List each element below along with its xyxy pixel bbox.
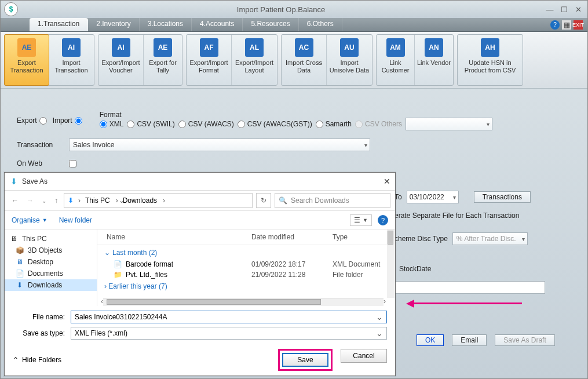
export-import-voucher-button[interactable]: AIExport/Import Voucher bbox=[98, 35, 144, 85]
to-date-input[interactable]: 03/10/2022 bbox=[407, 191, 459, 203]
format-xml-radio[interactable]: XML bbox=[100, 120, 124, 128]
format-csv-others-radio: CSV Others bbox=[355, 120, 402, 128]
ribbon-group-3: AFExport/Import Format ALExport/Import L… bbox=[186, 34, 277, 86]
import-transaction-button[interactable]: AIImport Transaction bbox=[49, 35, 94, 85]
refresh-button[interactable]: ↻ bbox=[256, 193, 271, 208]
search-icon: 🔍 bbox=[279, 196, 287, 205]
list-item[interactable]: 📄Barcode format 01/09/2022 18:17 XML Doc… bbox=[97, 259, 395, 269]
scheme-type-select[interactable]: % After Trade Disc. bbox=[452, 232, 528, 245]
tree-documents[interactable]: 📄Documents bbox=[5, 268, 97, 279]
export-import-format-button[interactable]: AFExport/Import Format bbox=[187, 35, 232, 85]
tree-3d-objects[interactable]: 📦3D Objects bbox=[5, 245, 97, 256]
dialog-help-icon[interactable]: ? bbox=[378, 215, 388, 225]
folder-tree: 🖥This PC 📦3D Objects 🖥Desktop 📄Documents… bbox=[5, 229, 97, 306]
format-csv-awacs-radio[interactable]: CSV (AWACS) bbox=[178, 120, 234, 128]
save-draft-button[interactable]: Save As Draft bbox=[495, 334, 554, 346]
breadcrumb-expand[interactable]: ⌄ bbox=[119, 196, 125, 205]
stockdate-label: StockDate bbox=[399, 265, 431, 273]
hide-folders-button[interactable]: ⌃Hide Folders bbox=[13, 356, 61, 364]
dialog-titlebar: ⬇ Save As ✕ bbox=[5, 173, 395, 190]
file-list: Name Date modified Type ⌄Last month (2) … bbox=[97, 229, 395, 306]
ribbon-icon: AF bbox=[200, 38, 218, 57]
minimize-button[interactable]: — bbox=[544, 5, 556, 14]
import-unisolve-button[interactable]: AUImport Unisolve Data bbox=[327, 35, 372, 85]
h-scrollbar[interactable] bbox=[103, 298, 384, 306]
format-csv-swil-radio[interactable]: CSV (SWIL) bbox=[127, 120, 174, 128]
exit-icon[interactable]: EXIT bbox=[574, 20, 583, 30]
group-last-month[interactable]: ⌄Last month (2) bbox=[97, 245, 395, 259]
link-customer-button[interactable]: AMLink Customer bbox=[377, 35, 415, 85]
forward-button[interactable]: → bbox=[24, 194, 36, 207]
tab-inventory[interactable]: 2.Inventory bbox=[88, 18, 139, 31]
maximize-button[interactable]: ☐ bbox=[558, 5, 570, 14]
ribbon-icon: AE bbox=[17, 38, 36, 57]
email-button[interactable]: Email bbox=[452, 334, 487, 346]
file-icon: 📄 bbox=[114, 260, 122, 268]
savetype-select[interactable]: XML Files (*.xml) bbox=[71, 327, 387, 340]
format-samarth-radio[interactable]: Samarth bbox=[316, 120, 352, 128]
filename-input[interactable]: Sales Invoice031022150244A bbox=[71, 311, 387, 323]
search-placeholder: Search Downloads bbox=[291, 196, 349, 205]
breadcrumb-downloads[interactable]: Downloads bbox=[123, 196, 165, 205]
chevron-down-icon: ⌄ bbox=[104, 249, 110, 257]
desktop-icon: 🖥 bbox=[15, 258, 24, 266]
organise-menu[interactable]: Organise▼ bbox=[12, 216, 48, 224]
dialog-footer: ⌃Hide Folders Save Cancel bbox=[5, 345, 395, 377]
close-button[interactable]: ✕ bbox=[572, 5, 584, 14]
ribbon: AEExport Transaction AIImport Transactio… bbox=[1, 32, 587, 89]
v-scrollbar[interactable] bbox=[387, 229, 395, 298]
ok-button[interactable]: OK bbox=[417, 334, 444, 346]
col-type[interactable]: Type bbox=[333, 233, 395, 241]
col-date[interactable]: Date modified bbox=[251, 233, 333, 241]
view-options-button[interactable]: ☰ ▼ bbox=[350, 214, 372, 226]
export-transaction-button[interactable]: AEExport Transaction bbox=[4, 34, 49, 86]
col-name[interactable]: Name bbox=[107, 233, 251, 241]
breadcrumb-pc[interactable]: This PC bbox=[85, 196, 118, 205]
dialog-close-button[interactable]: ✕ bbox=[384, 177, 390, 186]
export-radio[interactable]: Export bbox=[17, 116, 47, 125]
scrollbar-thumb[interactable] bbox=[388, 231, 393, 245]
stock-input[interactable] bbox=[395, 281, 545, 294]
link-vendor-button[interactable]: ANLink Vendor bbox=[415, 35, 453, 85]
onweb-label: On Web bbox=[17, 159, 63, 167]
pc-icon: 🖥 bbox=[9, 235, 19, 243]
transaction-select[interactable]: Sales Invoice bbox=[69, 139, 370, 151]
search-input[interactable]: 🔍 Search Downloads bbox=[275, 193, 390, 208]
cube-icon: 📦 bbox=[15, 246, 24, 254]
csv-others-select[interactable] bbox=[406, 118, 492, 130]
help-icon[interactable]: ? bbox=[550, 20, 560, 30]
scrollbar-thumb[interactable] bbox=[107, 299, 321, 305]
group-earlier[interactable]: › Earlier this year (7) bbox=[97, 280, 395, 290]
ribbon-icon: AH bbox=[481, 38, 499, 57]
onweb-checkbox[interactable] bbox=[69, 160, 76, 167]
import-radio[interactable]: Import bbox=[53, 116, 82, 125]
transactions-button[interactable]: Transactions bbox=[474, 191, 531, 203]
cancel-button[interactable]: Cancel bbox=[341, 349, 387, 363]
tree-downloads[interactable]: ⬇Downloads bbox=[5, 279, 97, 291]
update-hsn-button[interactable]: AHUpdate HSN in Product from CSV bbox=[458, 35, 523, 85]
save-button[interactable]: Save bbox=[282, 353, 328, 367]
tab-accounts[interactable]: 4.Accounts bbox=[192, 18, 243, 31]
export-for-tally-button[interactable]: AEExport for Tally bbox=[144, 35, 182, 85]
tree-desktop[interactable]: 🖥Desktop bbox=[5, 256, 97, 268]
ribbon-icon: AU bbox=[340, 38, 359, 57]
tab-locations[interactable]: 3.Locations bbox=[140, 18, 192, 31]
ribbon-icon: AE bbox=[154, 38, 172, 57]
new-folder-button[interactable]: New folder bbox=[59, 216, 92, 224]
back-button[interactable]: ← bbox=[9, 194, 21, 207]
format-csv-awacs-gst-radio[interactable]: CSV (AWACS(GST)) bbox=[238, 120, 312, 128]
dialog-nav: ← → ⌄ ↑ ⬇ › This PC Downloads ⌄ ↻ 🔍 Sear… bbox=[5, 190, 395, 211]
tab-transaction[interactable]: 1.Transaction bbox=[30, 18, 88, 31]
tree-this-pc[interactable]: 🖥This PC bbox=[5, 233, 97, 245]
tab-others[interactable]: 6.Others bbox=[299, 18, 342, 31]
grid-icon[interactable]: ▦ bbox=[562, 20, 571, 30]
ribbon-icon: AL bbox=[245, 38, 264, 57]
recent-dropdown[interactable]: ⌄ bbox=[39, 195, 49, 206]
export-import-layout-button[interactable]: ALExport/Import Layout bbox=[232, 35, 277, 85]
breadcrumb[interactable]: ⬇ › This PC Downloads ⌄ bbox=[64, 193, 253, 208]
import-cross-data-button[interactable]: ACImport Cross Data bbox=[282, 35, 327, 85]
up-button[interactable]: ↑ bbox=[52, 194, 60, 207]
list-item[interactable]: 📁Pvt. Ltd._files 21/09/2022 11:28 File f… bbox=[97, 269, 395, 280]
ribbon-group-2: AIExport/Import Voucher AEExport for Tal… bbox=[98, 34, 182, 86]
tab-resources[interactable]: 5.Resources bbox=[243, 18, 298, 31]
